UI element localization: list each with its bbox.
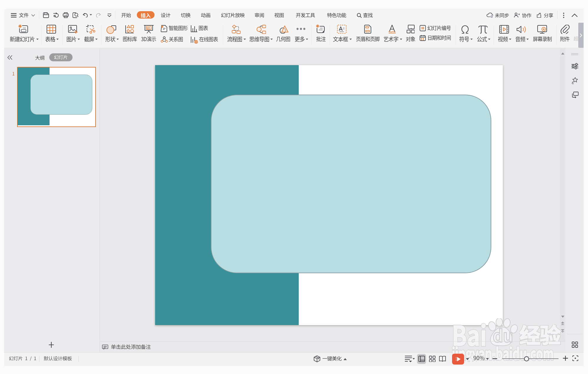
svg-text:3D: 3D [147, 27, 150, 30]
